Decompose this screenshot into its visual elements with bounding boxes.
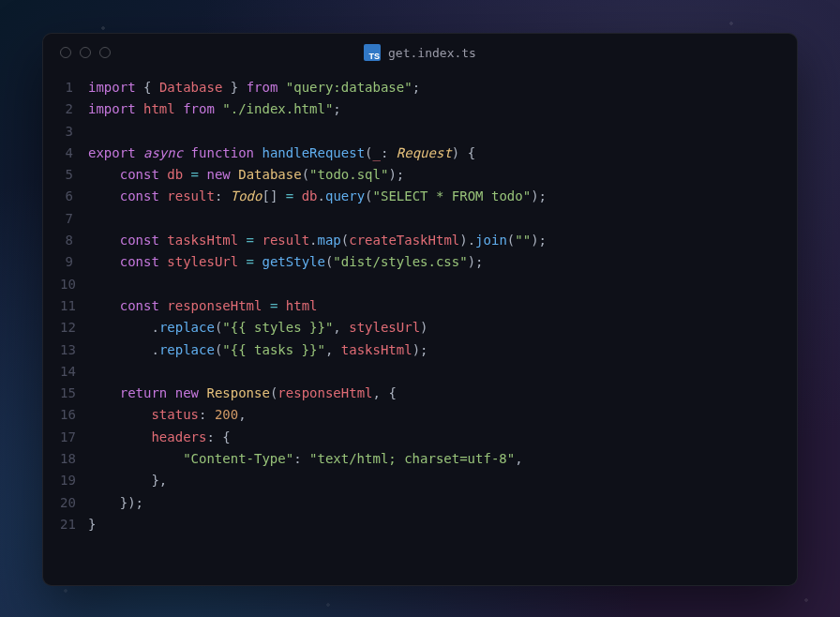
code-content[interactable]: const db = new Database("todo.sql"); [88,164,404,186]
line-number: 21 [60,514,88,535]
line-number: 8 [60,230,88,251]
line-number: 15 [60,383,88,404]
code-content[interactable] [88,274,96,295]
code-line[interactable]: 7 [60,208,780,230]
line-number: 4 [60,143,88,164]
code-line[interactable]: 12 .replace("{{ styles }}", stylesUrl) [60,317,780,339]
code-content[interactable]: .replace("{{ styles }}", stylesUrl) [88,317,428,339]
zoom-icon[interactable] [99,47,111,58]
line-number: 12 [60,317,88,339]
editor-window: TS get.index.ts 1import { Database } fro… [42,33,798,586]
line-number: 10 [60,274,88,295]
code-editor[interactable]: 1import { Database } from "query:databas… [43,71,797,585]
code-line[interactable]: 16 status: 200, [60,404,780,426]
code-content[interactable]: headers: { [88,427,231,448]
code-content[interactable] [88,361,96,383]
code-line[interactable]: 19 }, [60,470,780,491]
code-content[interactable]: .replace("{{ tasks }}", tasksHtml); [88,339,428,361]
line-number: 3 [60,121,88,143]
code-line[interactable]: 1import { Database } from "query:databas… [60,77,780,98]
typescript-icon: TS [364,44,381,61]
code-line[interactable]: 3 [60,121,780,143]
code-content[interactable]: import { Database } from "query:database… [88,77,420,98]
code-content[interactable]: }, [88,470,167,491]
window-title: TS get.index.ts [43,44,797,61]
code-content[interactable]: return new Response(responseHtml, { [88,383,397,404]
code-content[interactable]: status: 200, [88,404,247,426]
line-number: 9 [60,251,88,273]
line-number: 1 [60,77,88,98]
close-icon[interactable] [60,47,71,58]
code-content[interactable]: } [88,514,96,535]
filename-label: get.index.ts [388,46,476,60]
code-line[interactable]: 10 [60,274,780,295]
code-line[interactable]: 5 const db = new Database("todo.sql"); [60,164,780,186]
line-number: 5 [60,164,88,186]
code-line[interactable]: 13 .replace("{{ tasks }}", tasksHtml); [60,339,780,361]
line-number: 18 [60,448,88,470]
code-content[interactable]: const stylesUrl = getStyle("dist/styles.… [88,251,484,273]
line-number: 17 [60,427,88,448]
code-line[interactable]: 2import html from "./index.html"; [60,98,780,120]
line-number: 7 [60,208,88,230]
code-content[interactable]: "Content-Type": "text/html; charset=utf-… [88,448,523,470]
line-number: 2 [60,98,88,120]
line-number: 11 [60,295,88,317]
code-line[interactable]: 20 }); [60,492,780,514]
code-line[interactable]: 4export async function handleRequest(_: … [60,143,780,164]
line-number: 13 [60,339,88,361]
code-content[interactable]: const responseHtml = html [88,295,318,317]
line-number: 6 [60,186,88,207]
typescript-badge-text: TS [369,53,381,61]
code-content[interactable]: export async function handleRequest(_: R… [88,143,475,164]
code-line[interactable]: 9 const stylesUrl = getStyle("dist/style… [60,251,780,273]
code-line[interactable]: 8 const tasksHtml = result.map(createTas… [60,230,780,251]
code-content[interactable]: const tasksHtml = result.map(createTaskH… [88,230,547,251]
traffic-lights [60,47,111,58]
code-line[interactable]: 17 headers: { [60,427,780,448]
code-content[interactable]: }); [88,492,143,514]
code-content[interactable] [88,121,96,143]
code-content[interactable]: const result: Todo[] = db.query("SELECT … [88,186,547,207]
code-line[interactable]: 6 const result: Todo[] = db.query("SELEC… [60,186,780,207]
code-content[interactable]: import html from "./index.html"; [88,98,341,120]
code-line[interactable]: 15 return new Response(responseHtml, { [60,383,780,404]
code-line[interactable]: 14 [60,361,780,383]
titlebar: TS get.index.ts [43,34,797,71]
line-number: 20 [60,492,88,514]
code-content[interactable] [88,208,96,230]
minimize-icon[interactable] [80,47,91,58]
code-line[interactable]: 11 const responseHtml = html [60,295,780,317]
line-number: 16 [60,404,88,426]
code-line[interactable]: 21} [60,514,780,535]
line-number: 14 [60,361,88,383]
code-line[interactable]: 18 "Content-Type": "text/html; charset=u… [60,448,780,470]
line-number: 19 [60,470,88,491]
